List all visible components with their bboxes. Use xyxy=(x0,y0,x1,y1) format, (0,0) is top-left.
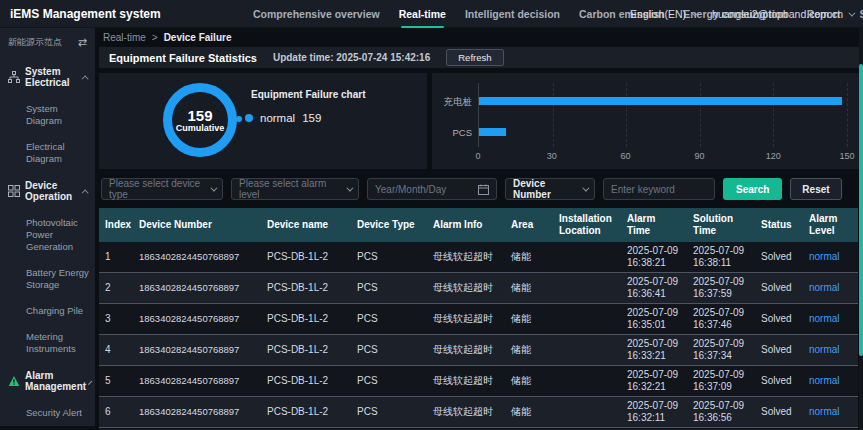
scrollbar-thumb[interactable] xyxy=(859,64,863,356)
bar-category-label: 充电桩 xyxy=(432,96,472,109)
nav-item-intelligent-decision[interactable]: Intelligent decision xyxy=(465,0,560,28)
cell-alarm-time: 2025-07-09 16:36:41 xyxy=(621,273,687,304)
user-account-menu[interactable]: huanglei2@topband.com.cn xyxy=(712,8,853,20)
alarm-level-link[interactable]: normal xyxy=(809,282,840,293)
cell-alarm-level: normal xyxy=(803,273,858,304)
cell-alarm-level: normal xyxy=(803,397,858,428)
cell-alarm-level: normal xyxy=(803,304,858,335)
hierarchy-icon xyxy=(8,71,20,83)
cell-index: 3 xyxy=(99,304,133,335)
breadcrumb-device-failure: Device Failure xyxy=(164,32,232,43)
breadcrumb: Real-time > Device Failure xyxy=(99,28,859,47)
table-row[interactable]: 4 1863402824450768897 PCS-DB-1L-2 PCS 母线… xyxy=(99,335,858,366)
cell-solution-time: 2025-07-09 16:37:46 xyxy=(687,304,755,335)
search-button[interactable]: Search xyxy=(723,178,782,200)
nav-item-real-time[interactable]: Real-time xyxy=(399,0,446,28)
calendar-icon xyxy=(478,184,489,195)
chevron-up-icon xyxy=(82,75,89,82)
sidebar-item-electrical-diagram[interactable]: Electrical Diagram xyxy=(0,134,95,172)
cell-area: 储能 xyxy=(505,304,553,335)
cell-alarm-time: 2025-07-09 16:38:21 xyxy=(621,242,687,273)
col-header-device-number: Device Number xyxy=(133,208,261,242)
stats-header: Equipment Failure Statistics Update time… xyxy=(99,47,859,68)
user-email: huanglei2@topband.com.cn xyxy=(712,8,843,20)
language-label: English(EN) xyxy=(630,8,686,20)
table-row[interactable]: 6 1863402824450768897 PCS-DB-1L-2 PCS 母线… xyxy=(99,397,858,428)
sidebar-group-alarm-management[interactable]: Alarm Management xyxy=(0,362,95,400)
failure-table: IndexDevice NumberDevice nameDevice Type… xyxy=(99,208,858,430)
cell-index: 2 xyxy=(99,273,133,304)
search-field-select[interactable]: Device Number xyxy=(505,178,595,200)
cell-solution-time: 2025-07-09 16:36:56 xyxy=(687,397,755,428)
breadcrumb-real-time[interactable]: Real-time xyxy=(103,32,146,43)
x-tick-label: 60 xyxy=(621,151,631,161)
cell-solution-time: 2025-07-09 16:37:34 xyxy=(687,335,755,366)
alarm-level-select[interactable]: Please select alarm level xyxy=(231,178,359,200)
refresh-button[interactable]: Refresh xyxy=(446,49,503,66)
cell-area: 储能 xyxy=(505,366,553,397)
switch-site-icon[interactable]: ⇄ xyxy=(78,36,87,49)
alarm-level-link[interactable]: normal xyxy=(809,344,840,355)
breadcrumb-separator: > xyxy=(152,32,158,43)
cell-device-type: PCS xyxy=(351,366,427,397)
nav-item-system[interactable]: System xyxy=(859,0,863,28)
col-header-index: Index xyxy=(99,208,133,242)
alarm-level-link[interactable]: normal xyxy=(809,251,840,262)
cell-index: 4 xyxy=(99,335,133,366)
table-row[interactable]: 5 1863402824450768897 PCS-DB-1L-2 PCS 母线… xyxy=(99,366,858,397)
chevron-down-icon xyxy=(210,184,217,191)
keyword-input[interactable] xyxy=(611,184,707,195)
date-placeholder: Year/Month/Day xyxy=(375,184,478,195)
alarm-level-link[interactable]: normal xyxy=(809,406,840,417)
cell-device-type: PCS xyxy=(351,304,427,335)
sidebar-group-device-operation[interactable]: Device Operation xyxy=(0,172,95,210)
table-row[interactable]: 2 1863402824450768897 PCS-DB-1L-2 PCS 母线… xyxy=(99,273,858,304)
stats-title: Equipment Failure Statistics xyxy=(109,52,257,64)
col-header-alarm-info: Alarm Info xyxy=(427,208,505,242)
cell-solution-time: 2025-07-09 16:38:11 xyxy=(687,242,755,273)
gridline xyxy=(847,83,848,147)
table-header-row: IndexDevice NumberDevice nameDevice Type… xyxy=(99,208,858,242)
device-type-select[interactable]: Please select device type xyxy=(101,178,223,200)
keyword-input-wrap xyxy=(603,178,715,200)
cell-device-number: 1863402824450768897 xyxy=(133,335,261,366)
cell-device-number: 1863402824450768897 xyxy=(133,366,261,397)
site-name: 新能源示范点 xyxy=(8,36,62,49)
date-picker[interactable]: Year/Month/Day xyxy=(367,178,497,200)
alarm-level-link[interactable]: normal xyxy=(809,375,840,386)
reset-button[interactable]: Reset xyxy=(790,178,841,200)
sidebar-group-label: Device Operation xyxy=(25,180,79,202)
failure-donut-card: 159 Cumulative Equipment Failure chart n… xyxy=(99,73,427,169)
donut-legend[interactable]: normal 159 xyxy=(245,112,321,124)
cell-alarm-time: 2025-07-09 16:32:11 xyxy=(621,397,687,428)
nav-item-comprehensive-overview[interactable]: Comprehensive overview xyxy=(253,0,380,28)
scrollbar-track[interactable] xyxy=(859,28,863,430)
language-selector[interactable]: English(EN) xyxy=(630,8,696,20)
col-header-area: Area xyxy=(505,208,553,242)
table-row[interactable]: 3 1863402824450768897 PCS-DB-1L-2 PCS 母线… xyxy=(99,304,858,335)
sidebar-item-charging-pile[interactable]: Charging Pile xyxy=(0,298,95,324)
sidebar-group-label: Alarm Management xyxy=(25,370,86,392)
cell-solution-time: 2025-07-09 16:37:59 xyxy=(687,273,755,304)
cell-installation-location xyxy=(553,242,621,273)
cell-index: 5 xyxy=(99,366,133,397)
sidebar-item-system-diagram[interactable]: System Diagram xyxy=(0,96,95,134)
alarm-level-link[interactable]: normal xyxy=(809,313,840,324)
x-tick-label: 150 xyxy=(839,151,854,161)
cell-area: 储能 xyxy=(505,397,553,428)
table-row[interactable]: 1 1863402824450768897 PCS-DB-1L-2 PCS 母线… xyxy=(99,242,858,273)
cell-device-name: PCS-DB-1L-2 xyxy=(261,242,351,273)
sidebar-item-battery-energy-storage[interactable]: Battery Energy Storage xyxy=(0,260,95,298)
donut-center-value: 159 xyxy=(187,108,212,123)
cell-device-number: 1863402824450768897 xyxy=(133,304,261,335)
sidebar-item-metering-instruments[interactable]: Metering Instruments xyxy=(0,324,95,362)
cell-alarm-level: normal xyxy=(803,335,858,366)
sidebar-item-photovoltaic-power-generation[interactable]: Photovoltaic Power Generation xyxy=(0,210,95,260)
sidebar-group-system-electrical[interactable]: System Electrical xyxy=(0,58,95,96)
cell-alarm-info: 母线软起超时 xyxy=(427,242,505,273)
cell-area: 储能 xyxy=(505,335,553,366)
sidebar: 新能源示范点 ⇄ System Electrical System Diagra… xyxy=(0,28,95,430)
sidebar-item-security-alert[interactable]: Security Alert xyxy=(0,400,95,426)
sidebar-item-device-failure[interactable]: Device Failure xyxy=(0,426,95,430)
donut-center-label: Cumulative xyxy=(176,123,225,133)
